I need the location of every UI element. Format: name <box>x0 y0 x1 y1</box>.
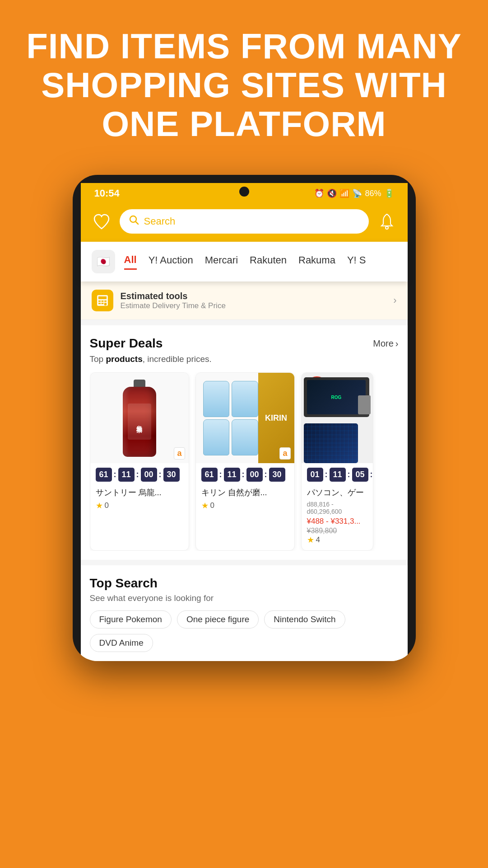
tab-rakuten[interactable]: Rakuten <box>250 254 287 269</box>
wifi-icon: 📶 <box>339 188 349 198</box>
star-count-2: 0 <box>210 501 214 510</box>
alarm-icon: ⏰ <box>314 188 324 198</box>
timer-seg-7: 00 <box>246 468 263 482</box>
status-time: 10:54 <box>94 188 120 199</box>
tag-nintendo-switch[interactable]: Nintendo Switch <box>264 610 345 629</box>
product-card-1[interactable]: 烏龍茶 a 61 : 11 : 0 <box>90 372 189 551</box>
star-icon-3: ★ <box>307 535 314 545</box>
product-name-3: パソコン、ゲー <box>307 487 367 498</box>
tab-y-auction[interactable]: Y! Auction <box>149 254 193 269</box>
section-desc: Top products, incredible prices. <box>90 354 399 364</box>
signal-icon: 📡 <box>352 188 362 198</box>
super-deals-title: Super Deals <box>90 336 163 351</box>
product-info-2: キリン 自然が磨... ★ 0 <box>196 484 294 516</box>
est-subtitle: Estimate Delivery Time & Price <box>121 301 386 310</box>
status-bar: 10:54 ⏰ 🔇 📶 📡 86% 🔋 <box>81 183 408 202</box>
star-icon-2: ★ <box>201 501 209 511</box>
svg-rect-7 <box>104 300 107 302</box>
timer-seg-6: 11 <box>224 468 240 482</box>
svg-rect-10 <box>104 303 107 305</box>
top-search-desc: See what everyone is looking for <box>90 593 399 603</box>
product-image-3: 72% ROG <box>302 373 373 463</box>
camera-notch <box>239 187 249 197</box>
mute-icon: 🔇 <box>327 188 337 198</box>
battery-icon: 🔋 <box>384 188 394 198</box>
star-count-1: 0 <box>105 501 109 510</box>
heart-icon <box>92 211 112 231</box>
timer-seg-1: 61 <box>96 468 112 482</box>
tabs-logo: 🇯🇵 <box>92 250 115 273</box>
product-price-3: ¥488 - ¥331,3... <box>307 517 367 526</box>
calculator-icon <box>92 290 113 311</box>
tag-dvd-anime[interactable]: DVD Anime <box>90 634 153 652</box>
top-search-section: Top Search See what everyone is looking … <box>81 565 408 661</box>
search-icon <box>129 215 139 228</box>
notifications-button[interactable] <box>375 210 399 233</box>
tabs-card: 🇯🇵 All Y! Auction Mercari Rakuten Rakuma… <box>81 242 408 282</box>
tabs-list: All Y! Auction Mercari Rakuten Rakuma Y!… <box>124 254 366 270</box>
amazon-badge-1: a <box>174 447 185 460</box>
svg-rect-4 <box>98 296 107 299</box>
product-image-1: 烏龍茶 a <box>90 373 189 463</box>
stars-row-2: ★ 0 <box>201 501 289 511</box>
estimated-tools-banner[interactable]: Estimated tools Estimate Delivery Time &… <box>81 282 408 320</box>
svg-point-2 <box>386 226 388 229</box>
search-placeholder: Search <box>144 216 176 227</box>
stars-row-1: ★ 0 <box>96 501 183 511</box>
timer-row-2: 61 : 11 : 00 : 30 <box>196 463 294 484</box>
top-search-title: Top Search <box>90 576 399 591</box>
product-price-range-small: d88,816 - d60,296,600 <box>307 501 367 515</box>
japan-flag-icon: 🇯🇵 <box>97 255 110 268</box>
stars-row-3: ★ 4 <box>307 535 367 545</box>
battery-text: 86% <box>365 189 381 198</box>
hero-section: FIND ITEMS FROM MANY SHOPPING SITES WITH… <box>0 0 488 161</box>
svg-rect-9 <box>101 303 103 304</box>
svg-rect-5 <box>98 300 101 302</box>
product-info-3: パソコン、ゲー d88,816 - d60,296,600 ¥488 - ¥33… <box>302 484 373 550</box>
bell-icon <box>377 211 397 231</box>
timer-seg-3: 00 <box>141 468 157 482</box>
tags-row: Figure Pokemon One piece figure Nintendo… <box>90 610 399 652</box>
tab-mercari[interactable]: Mercari <box>205 254 238 269</box>
est-text: Estimated tools Estimate Delivery Time &… <box>121 291 386 310</box>
tab-all[interactable]: All <box>124 254 137 270</box>
super-deals-section: Super Deals More › Top products, incredi… <box>81 325 408 560</box>
favorites-button[interactable] <box>90 210 113 233</box>
product-card-2[interactable]: KIRIN a 61 : 11 : 00 : 30 <box>195 372 295 551</box>
tag-figure-pokemon[interactable]: Figure Pokemon <box>90 610 172 629</box>
timer-seg-9: 01 <box>307 468 323 482</box>
svg-line-1 <box>135 222 138 225</box>
product-name-1: サントリー 烏龍... <box>96 487 183 498</box>
timer-row-1: 61 : 11 : 00 : 30 <box>90 463 189 484</box>
est-title: Estimated tools <box>121 291 386 301</box>
star-icon-1: ★ <box>96 501 103 511</box>
calc-svg <box>96 294 109 307</box>
est-arrow-icon: › <box>393 295 396 306</box>
tag-one-piece[interactable]: One piece figure <box>177 610 259 629</box>
timer-seg-4: 30 <box>163 468 180 482</box>
timer-seg-8: 30 <box>269 468 285 482</box>
amazon-badge-2: a <box>279 447 290 460</box>
timer-row-3: 01 : 11 : 05 : … <box>302 463 373 484</box>
timer-seg-10: 11 <box>330 468 346 482</box>
search-bar[interactable]: Search <box>120 209 369 234</box>
star-count-3: 4 <box>316 535 320 544</box>
phone-wrapper: 10:54 ⏰ 🔇 📶 📡 86% 🔋 <box>0 161 488 661</box>
svg-rect-8 <box>98 303 101 304</box>
product-card-3[interactable]: 72% ROG <box>301 372 373 551</box>
tab-rakuma[interactable]: Rakuma <box>298 254 335 269</box>
bottom-space <box>0 661 488 697</box>
hero-title: FIND ITEMS FROM MANY SHOPPING SITES WITH… <box>18 27 470 143</box>
tab-ys[interactable]: Y! S <box>347 254 366 269</box>
product-info-1: サントリー 烏龍... ★ 0 <box>90 484 189 516</box>
timer-seg-11: 05 <box>352 468 368 482</box>
phone-frame: 10:54 ⏰ 🔇 📶 📡 86% 🔋 <box>73 175 416 661</box>
timer-seg-2: 11 <box>118 468 135 482</box>
svg-rect-6 <box>101 300 103 302</box>
more-arrow-icon: › <box>395 338 399 349</box>
product-price-original-3: ¥389,800 <box>307 527 367 535</box>
products-row: 烏龍茶 a 61 : 11 : 0 <box>90 372 399 551</box>
more-button[interactable]: More › <box>373 338 398 349</box>
status-icons: ⏰ 🔇 📶 📡 86% 🔋 <box>314 188 394 198</box>
section-header: Super Deals More › <box>90 336 399 351</box>
